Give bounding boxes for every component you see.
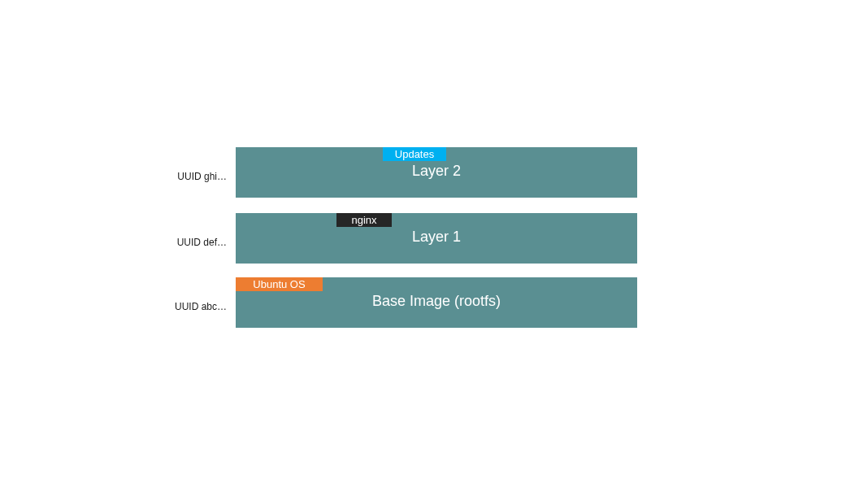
tag-ubuntu: Ubuntu OS [236, 277, 323, 291]
tag-updates: Updates [383, 147, 446, 161]
diagram-canvas: Updates Layer 2 UUID ghi… nginx Layer 1 … [0, 0, 868, 488]
layer-title-2: Layer 2 [412, 163, 461, 180]
uuid-label-abc: UUID abc… [162, 301, 227, 312]
uuid-label-ghi: UUID ghi… [162, 171, 227, 182]
layer-title-1: Layer 1 [412, 229, 461, 246]
uuid-label-def: UUID def… [162, 237, 227, 248]
layer-title-base: Base Image (rootfs) [372, 293, 501, 310]
tag-nginx: nginx [336, 213, 392, 227]
